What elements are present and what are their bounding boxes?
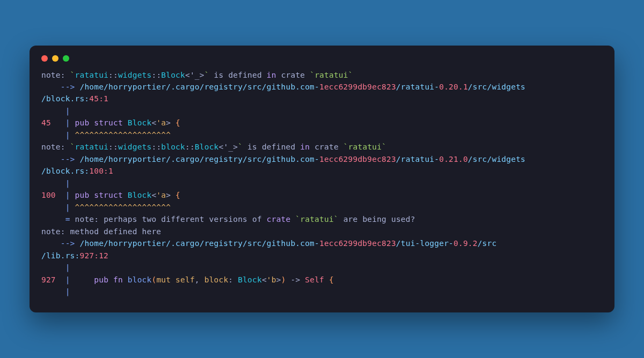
window-titlebar	[41, 55, 603, 62]
line: | ^^^^^^^^^^^^^^^^^^^^	[41, 129, 603, 141]
minimize-icon[interactable]	[52, 55, 58, 62]
line-number: 100	[41, 191, 56, 199]
note-label: note	[41, 227, 61, 236]
line: --> /home/horryportier/.cargo/registry/s…	[41, 81, 603, 93]
line: |	[41, 262, 603, 273]
line: --> /home/horryportier/.cargo/registry/s…	[41, 237, 603, 249]
line-number: 45	[41, 118, 51, 127]
note-label: note	[41, 71, 61, 79]
line: /lib.rs:927:12	[41, 250, 603, 262]
line: note: method defined here	[41, 226, 603, 237]
line: note: `ratatui::widgets::Block<'_>` is d…	[41, 69, 603, 81]
line: |	[41, 105, 603, 117]
line: /block.rs:45:1	[41, 93, 603, 105]
line: --> /home/horryportier/.cargo/registry/s…	[41, 153, 603, 165]
line: | ^^^^^^^^^^^^^^^^^^^^	[41, 202, 603, 213]
line: 927 | pub fn block(mut self, block: Bloc…	[41, 274, 603, 286]
note-label: note	[41, 143, 61, 151]
line: = note: perhaps two different versions o…	[41, 213, 603, 225]
zoom-icon[interactable]	[63, 55, 69, 62]
terminal-output: note: `ratatui::widgets::Block<'_>` is d…	[41, 69, 603, 298]
line: /block.rs:100:1	[41, 165, 603, 177]
line: 45 | pub struct Block<'a> {	[41, 117, 603, 129]
line-number: 927	[41, 275, 56, 284]
line: |	[41, 177, 603, 189]
line: |	[41, 286, 603, 297]
close-icon[interactable]	[41, 55, 48, 62]
terminal-window: note: `ratatui::widgets::Block<'_>` is d…	[30, 46, 614, 313]
line: note: `ratatui::widgets::block::Block<'_…	[41, 141, 603, 153]
line: 100 | pub struct Block<'a> {	[41, 189, 603, 201]
